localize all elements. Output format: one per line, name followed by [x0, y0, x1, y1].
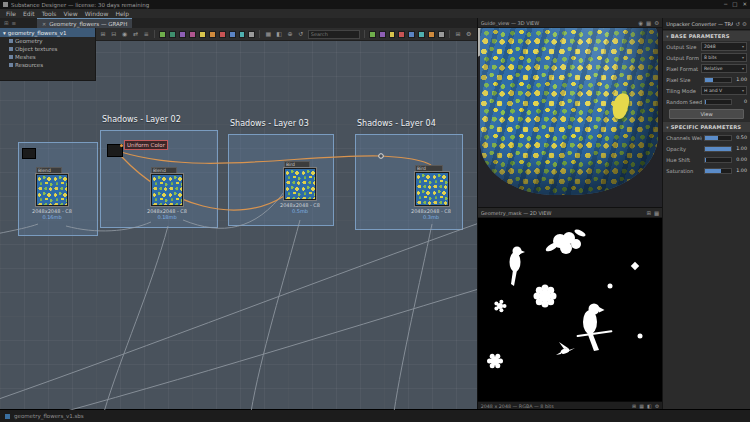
folder-icon: [9, 63, 13, 67]
menu-help[interactable]: Help: [115, 10, 129, 17]
options-icon[interactable]: ≡: [142, 28, 150, 40]
view-button[interactable]: View: [669, 109, 744, 119]
gear-icon[interactable]: ⚙: [654, 20, 659, 26]
camera-icon[interactable]: ◉: [638, 20, 643, 26]
property-row: Random Seed 0: [663, 96, 750, 107]
color-filter-swatch[interactable]: [379, 31, 386, 38]
property-row: Output Size 2048 ▾: [663, 41, 750, 52]
explorer-item-object-textures[interactable]: Object textures: [0, 45, 95, 53]
output-size-dropdown[interactable]: 2048 ▾: [701, 42, 747, 51]
viewport-3d-title: Guide_view — 3D VIEW: [481, 20, 636, 26]
focus-tool-icon[interactable]: ◉: [121, 28, 129, 40]
color-filter-swatch[interactable]: [248, 31, 255, 38]
color-filter-swatch[interactable]: [199, 31, 206, 38]
property-row: Opacity 1.00: [663, 143, 750, 154]
viewport-3d[interactable]: Guide_view — 3D VIEW ◉ ▦ ⚙: [478, 18, 663, 208]
viewport-2d[interactable]: Geometry_mask — 2D VIEW ⊞ ▦: [478, 208, 663, 410]
gear-icon[interactable]: ⚙: [742, 21, 747, 27]
node-preview: [284, 168, 316, 200]
graph-tabbar: ⊞ ≡ ✕ Geometry_flowers — GRAPH: [0, 18, 477, 28]
display-icon[interactable]: ▦: [646, 20, 651, 26]
grid-icon[interactable]: ▦: [264, 28, 272, 40]
panel-dock-icon[interactable]: ⊞: [4, 20, 9, 26]
hue-shift-slider[interactable]: [704, 157, 732, 163]
add-node-icon[interactable]: ⊕: [286, 28, 294, 40]
chevron-down-icon: ▾: [666, 125, 668, 130]
menu-view[interactable]: View: [63, 10, 77, 17]
color-filter-swatch[interactable]: [389, 31, 396, 38]
color-filter-swatch[interactable]: [369, 31, 376, 38]
node-weight-label: 0.3mb: [401, 214, 461, 220]
menu-edit[interactable]: Edit: [23, 10, 35, 17]
color-filter-swatch[interactable]: [418, 31, 425, 38]
explorer-item-geometry[interactable]: Geometry: [0, 37, 95, 45]
node-preview: [36, 174, 68, 206]
maximize-button[interactable]: □: [732, 0, 737, 9]
render-3d-canvas[interactable]: [478, 27, 663, 207]
tab-close-icon[interactable]: ✕: [42, 21, 46, 27]
color-filter-swatch[interactable]: [408, 31, 415, 38]
menu-tools[interactable]: Tools: [42, 10, 57, 17]
section-base-parameters[interactable]: ▾ BASE PARAMETERS: [663, 30, 750, 41]
tab-graph[interactable]: ✕ Geometry_flowers — GRAPH: [37, 18, 132, 28]
property-row: Output Format 8 bits ▾: [663, 52, 750, 63]
saturation-slider[interactable]: [704, 168, 732, 174]
app-logo-icon: [3, 2, 8, 7]
channels-weights-slider[interactable]: [704, 135, 732, 141]
close-button[interactable]: ✕: [742, 0, 747, 9]
viewport-2d-title: Geometry_mask — 2D VIEW: [481, 210, 644, 216]
color-filter-swatch[interactable]: [219, 31, 226, 38]
node-thumbnail[interactable]: Bird 2048x2048 - C8 0.5mb: [284, 168, 316, 200]
output-format-dropdown[interactable]: 8 bits ▾: [701, 53, 747, 62]
section-specific-parameters[interactable]: ▾ SPECIFIC PARAMETERS: [663, 121, 750, 132]
color-filter-swatch[interactable]: [239, 31, 246, 38]
color-filter-swatch[interactable]: [209, 31, 216, 38]
panel-menu-icon[interactable]: ≡: [12, 20, 17, 26]
tile-icon[interactable]: ⊞: [646, 210, 651, 216]
explorer-root-item[interactable]: ▾ geometry_flowers_v1: [0, 28, 95, 37]
color-filter-swatch[interactable]: [179, 31, 186, 38]
mask-2d-canvas[interactable]: [478, 217, 663, 402]
node-weight-label: 0.16mb: [22, 214, 82, 220]
node-weight-label: 0.5mb: [270, 208, 330, 214]
node-thumbnail[interactable]: Blend 2048x2048 - C8 0.18mb: [151, 174, 183, 206]
color-filter-swatch[interactable]: [159, 31, 166, 38]
explorer-item-resources[interactable]: Resources: [0, 61, 95, 69]
uniform-color-node[interactable]: [107, 144, 123, 157]
color-filter-swatch[interactable]: [438, 31, 445, 38]
menu-file[interactable]: File: [6, 10, 16, 17]
minimize-button[interactable]: ─: [724, 0, 727, 9]
tiling-mode-dropdown[interactable]: H and V ▾: [701, 86, 747, 95]
pixel-format-dropdown[interactable]: Relative ▾: [701, 64, 747, 73]
split-icon[interactable]: ◧: [275, 28, 283, 40]
color-filter-swatch[interactable]: [398, 31, 405, 38]
node-thumbnail[interactable]: Bird 2048x2048 - C8 0.3mb: [415, 172, 449, 206]
color-filter-swatch[interactable]: [428, 31, 435, 38]
node-thumbnail[interactable]: Blend 2048x2048 - C8 0.16mb: [36, 174, 68, 206]
property-row: Hue Shift 0.00: [663, 154, 750, 165]
settings-icon[interactable]: ⚙: [465, 28, 473, 40]
grid-icon[interactable]: ▦: [654, 210, 659, 216]
frame-tool-icon[interactable]: ⊟: [110, 28, 118, 40]
tab-label: Geometry_flowers — GRAPH: [49, 21, 127, 27]
uniform-color-node[interactable]: [22, 148, 36, 159]
random-seed-slider[interactable]: [704, 99, 732, 105]
menu-window[interactable]: Window: [85, 10, 109, 17]
explorer-item-meshes[interactable]: Meshes: [0, 53, 95, 61]
search-input[interactable]: [308, 30, 360, 39]
viewport-2d-header: Geometry_mask — 2D VIEW ⊞ ▦: [478, 208, 663, 218]
color-filter-swatch[interactable]: [229, 31, 236, 38]
reset-icon[interactable]: ↺: [735, 21, 740, 27]
property-row: Pixel Format Relative ▾: [663, 63, 750, 74]
node-weight-label: 0.18mb: [137, 214, 197, 220]
select-tool-icon[interactable]: ⊞: [99, 28, 107, 40]
refresh-icon[interactable]: ↺: [297, 28, 305, 40]
frame-title: Shadows - Layer 03: [230, 119, 309, 128]
color-filter-swatch[interactable]: [169, 31, 176, 38]
properties-panel: Unpacker Converter — TRANSFORM ↺ ⚙ ▾ BAS…: [662, 18, 750, 410]
link-tool-icon[interactable]: ⇄: [132, 28, 140, 40]
color-filter-swatch[interactable]: [189, 31, 196, 38]
pixel-size-slider[interactable]: [704, 77, 732, 83]
layout-icon[interactable]: ⊞: [454, 28, 462, 40]
opacity-slider[interactable]: [704, 146, 732, 152]
